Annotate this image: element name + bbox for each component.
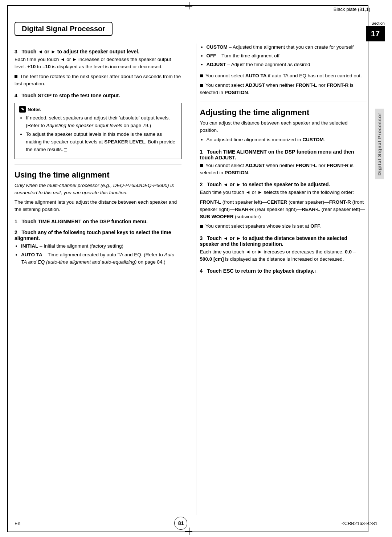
footer: En 81 <CRB2163-B>81 <box>0 517 392 530</box>
footer-page: 81 <box>174 517 187 530</box>
using-italic: Only when the multi-channel processor (e… <box>15 182 181 197</box>
adjusting-intro: You can adjust the distance between each… <box>200 119 367 134</box>
notes-title: ✎ Notes <box>19 106 177 113</box>
plate-label: Black plate (81,1) <box>334 7 370 12</box>
right-note1: You cannot select AUTO TA if auto TA and… <box>200 72 367 80</box>
content-area: 3 Touch ◄ or ► to adjust the speaker out… <box>15 44 367 515</box>
speaker-order: FRONT-L (front speaker left)—CENTER (cen… <box>200 199 367 221</box>
right-step3-body: Each time you touch ◄ or ► increases or … <box>200 248 367 263</box>
right-step2-body: Each time you touch ◄ or ► selects the s… <box>200 189 367 196</box>
divider2 <box>200 102 367 102</box>
key-item-custom: CUSTOM – Adjusted time alignment that yo… <box>207 44 367 51</box>
page-title: Digital Signal Processor <box>15 22 113 36</box>
adjusting-bullet: An adjusted time alignment is memorized … <box>207 136 367 144</box>
using-body: The time alignment lets you adjust the d… <box>15 199 181 213</box>
divider1 <box>15 164 181 164</box>
using-heading: Using the time alignment <box>15 170 181 180</box>
bullet-icon5 <box>200 225 203 228</box>
left-step1-heading: 1 Touch TIME ALIGNMENT on the DSP functi… <box>15 219 181 224</box>
note-item-1: If needed, select speakers and adjust th… <box>26 114 177 130</box>
right-note2: You cannot select ADJUST when neither FR… <box>200 82 367 97</box>
right-step2-note: You cannot select speakers whose size is… <box>200 223 367 230</box>
notes-icon: ✎ <box>19 106 26 113</box>
step3-body1: Each time you touch ◄ or ► increases or … <box>15 56 181 71</box>
page-container: Black plate (81,1) Section 17 Digital Si… <box>0 0 392 537</box>
key-item-off: OFF – Turn the time alignment off <box>207 52 367 60</box>
section-number: 17 <box>366 26 385 41</box>
end-square2 <box>315 270 318 273</box>
right-step2-heading: 2 Touch ◄ or ► to select the speaker to … <box>200 182 367 187</box>
step3-bullet1: The test tone rotates to the next speake… <box>15 73 181 88</box>
section-label: Section <box>371 21 385 25</box>
border-right <box>368 5 369 532</box>
section-box: Section 17 <box>366 21 385 41</box>
border-left <box>7 5 8 532</box>
key-item-adjust: ADJUST – Adjust the time alignment as de… <box>207 61 367 69</box>
key-item-initial: INITIAL – Initial time alignment (factor… <box>21 243 181 250</box>
right-column: CUSTOM – Adjusted time alignment that yo… <box>196 44 367 515</box>
footer-crb: <CRB2163-B>81 <box>342 521 377 526</box>
keys-continued-list: CUSTOM – Adjusted time alignment that yo… <box>207 44 367 69</box>
note-item-2: To adjust the speaker output levels in t… <box>26 131 177 154</box>
left-step2-heading: 2 Touch any of the following touch panel… <box>15 229 181 241</box>
en-text: En <box>15 521 20 526</box>
footer-en-label: En <box>15 521 20 526</box>
crosshair-top-center <box>185 2 192 9</box>
adjusting-list: An adjusted time alignment is memorized … <box>207 136 367 144</box>
notes-box: ✎ Notes If needed, select speakers and a… <box>15 103 181 159</box>
step3-heading: 3 Touch ◄ or ► to adjust the speaker out… <box>15 49 181 54</box>
right-step3-heading: 3 Touch ◄ or ► to adjust the distance be… <box>200 235 367 247</box>
right-step4-heading: 4 Touch ESC to return to the playback di… <box>200 268 367 274</box>
bullet-icon4 <box>200 164 203 167</box>
adjusting-heading: Adjusting the time alignment <box>200 108 367 117</box>
right-step1-note: You cannot select ADJUST when neither FR… <box>200 162 367 177</box>
end-square <box>64 148 67 151</box>
key-item-autota: AUTO TA – Time alignment created by auto… <box>21 251 181 267</box>
right-step1-heading: 1 Touch TIME ALIGNMENT on the DSP functi… <box>200 149 367 160</box>
left-column: 3 Touch ◄ or ► to adjust the speaker out… <box>15 44 185 515</box>
bullet-icon <box>15 75 17 78</box>
bullet-icon2 <box>200 74 203 77</box>
step4-heading: 4 Touch STOP to stop the test tone outpu… <box>15 93 181 98</box>
bullet-icon3 <box>200 84 203 87</box>
notes-list: If needed, select speakers and adjust th… <box>26 114 177 154</box>
page-number: 81 <box>174 517 187 530</box>
side-label: Digital Signal Processor <box>375 109 384 179</box>
keys-list: INITIAL – Initial time alignment (factor… <box>21 243 181 267</box>
